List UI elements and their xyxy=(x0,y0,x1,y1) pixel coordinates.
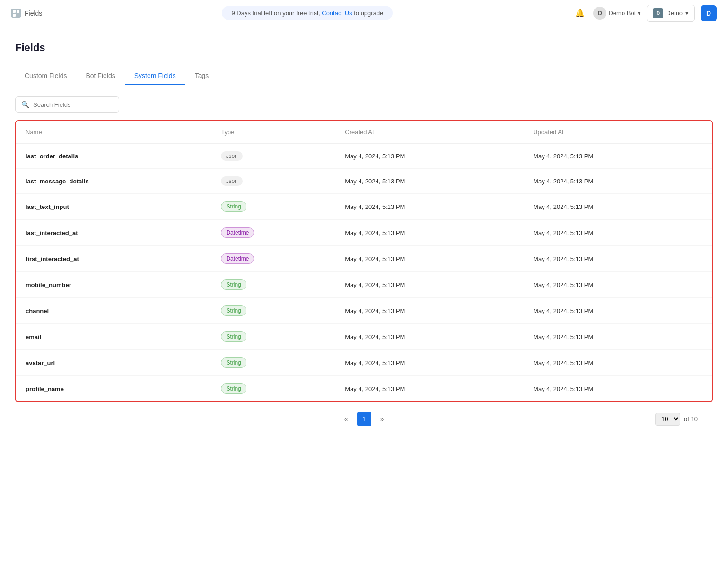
bot-name: Demo Bot xyxy=(608,9,636,17)
updated-at-cell: May 4, 2024, 5:13 PM xyxy=(524,144,712,169)
field-type-cell: String xyxy=(211,272,335,298)
col-header-name: Name xyxy=(16,121,211,144)
field-type-cell: Datetime xyxy=(211,246,335,272)
field-type-cell: Json xyxy=(211,144,335,169)
next-page-button[interactable]: » xyxy=(375,412,389,426)
current-page-button[interactable]: 1 xyxy=(357,412,371,426)
topnav-title: Fields xyxy=(25,9,42,17)
svg-rect-1 xyxy=(17,10,19,13)
tabs-bar: Custom FieldsBot FieldsSystem FieldsTags xyxy=(15,67,713,85)
svg-rect-2 xyxy=(13,14,16,17)
search-container: 🔍 xyxy=(15,96,119,113)
search-input[interactable] xyxy=(33,101,113,108)
updated-at-cell: May 4, 2024, 5:13 PM xyxy=(524,272,712,298)
field-name-cell: last_interacted_at xyxy=(16,220,211,246)
created-at-cell: May 4, 2024, 5:13 PM xyxy=(335,246,524,272)
created-at-cell: May 4, 2024, 5:13 PM xyxy=(335,324,524,350)
topnav-right: 🔔 D Demo Bot ▾ D Demo ▾ D xyxy=(572,5,717,22)
demo-button[interactable]: D Demo ▾ xyxy=(647,5,695,22)
trial-text: 9 Days trial left on your free trial, xyxy=(231,9,320,17)
table-row: mobile_numberStringMay 4, 2024, 5:13 PMM… xyxy=(16,272,712,298)
tab-bot[interactable]: Bot Fields xyxy=(76,67,124,85)
contact-link[interactable]: Contact Us xyxy=(322,9,352,17)
field-name-cell: last_message_details xyxy=(16,169,211,194)
page-size-select[interactable]: 10 xyxy=(655,413,680,426)
type-badge: String xyxy=(221,383,246,394)
bot-avatar: D xyxy=(593,7,606,20)
trial-banner: 9 Days trial left on your free trial, Co… xyxy=(222,6,393,20)
notification-bell[interactable]: 🔔 xyxy=(572,6,588,21)
bot-selector[interactable]: D Demo Bot ▾ xyxy=(593,7,641,20)
field-name-cell: profile_name xyxy=(16,376,211,402)
field-type-cell: Datetime xyxy=(211,220,335,246)
demo-avatar: D xyxy=(653,8,663,18)
field-type-cell: Json xyxy=(211,169,335,194)
main-content: Fields Custom FieldsBot FieldsSystem Fie… xyxy=(0,26,728,435)
pagination-row: « 1 » 10 of 10 xyxy=(15,402,713,435)
app-logo xyxy=(11,9,21,18)
fields-table: NameTypeCreated AtUpdated At last_order_… xyxy=(16,121,712,401)
table-head: NameTypeCreated AtUpdated At xyxy=(16,121,712,144)
svg-rect-0 xyxy=(13,10,16,13)
updated-at-cell: May 4, 2024, 5:13 PM xyxy=(524,194,712,220)
table-row: channelStringMay 4, 2024, 5:13 PMMay 4, … xyxy=(16,298,712,324)
field-name-cell: channel xyxy=(16,298,211,324)
field-type-cell: String xyxy=(211,376,335,402)
demo-chevron: ▾ xyxy=(685,9,689,17)
table-row: last_order_detailsJsonMay 4, 2024, 5:13 … xyxy=(16,144,712,169)
table-row: first_interacted_atDatetimeMay 4, 2024, … xyxy=(16,246,712,272)
created-at-cell: May 4, 2024, 5:13 PM xyxy=(335,272,524,298)
field-name-cell: avatar_url xyxy=(16,350,211,376)
type-badge: Datetime xyxy=(221,227,254,238)
created-at-cell: May 4, 2024, 5:13 PM xyxy=(335,298,524,324)
field-name-cell: first_interacted_at xyxy=(16,246,211,272)
field-name-cell: email xyxy=(16,324,211,350)
table-row: avatar_urlStringMay 4, 2024, 5:13 PMMay … xyxy=(16,350,712,376)
updated-at-cell: May 4, 2024, 5:13 PM xyxy=(524,169,712,194)
field-name-cell: mobile_number xyxy=(16,272,211,298)
table-row: emailStringMay 4, 2024, 5:13 PMMay 4, 20… xyxy=(16,324,712,350)
pagination-of-label: of 10 xyxy=(684,416,698,423)
table-row: last_text_inputStringMay 4, 2024, 5:13 P… xyxy=(16,194,712,220)
col-header-created-at: Created At xyxy=(335,121,524,144)
table-row: last_message_detailsJsonMay 4, 2024, 5:1… xyxy=(16,169,712,194)
created-at-cell: May 4, 2024, 5:13 PM xyxy=(335,220,524,246)
field-type-cell: String xyxy=(211,350,335,376)
type-badge: Json xyxy=(221,151,242,161)
search-icon: 🔍 xyxy=(21,101,29,108)
field-type-cell: String xyxy=(211,194,335,220)
table-header-row: NameTypeCreated AtUpdated At xyxy=(16,121,712,144)
updated-at-cell: May 4, 2024, 5:13 PM xyxy=(524,246,712,272)
updated-at-cell: May 4, 2024, 5:13 PM xyxy=(524,220,712,246)
created-at-cell: May 4, 2024, 5:13 PM xyxy=(335,169,524,194)
pagination-right: 10 of 10 xyxy=(655,413,698,426)
search-wrap: 🔍 xyxy=(15,96,713,113)
col-header-updated-at: Updated At xyxy=(524,121,712,144)
tab-system[interactable]: System Fields xyxy=(125,67,185,85)
table-row: last_interacted_atDatetimeMay 4, 2024, 5… xyxy=(16,220,712,246)
topnav-left: Fields xyxy=(11,9,42,18)
updated-at-cell: May 4, 2024, 5:13 PM xyxy=(524,350,712,376)
type-badge: Datetime xyxy=(221,253,254,264)
tab-tags[interactable]: Tags xyxy=(185,67,219,85)
type-badge: String xyxy=(221,357,246,368)
created-at-cell: May 4, 2024, 5:13 PM xyxy=(335,144,524,169)
upgrade-text: to upgrade xyxy=(354,9,383,17)
field-name-cell: last_text_input xyxy=(16,194,211,220)
type-badge: String xyxy=(221,331,246,342)
created-at-cell: May 4, 2024, 5:13 PM xyxy=(335,194,524,220)
field-name-cell: last_order_details xyxy=(16,144,211,169)
type-badge: String xyxy=(221,279,246,290)
table-body: last_order_detailsJsonMay 4, 2024, 5:13 … xyxy=(16,144,712,402)
type-badge: Json xyxy=(221,176,242,186)
prev-page-button[interactable]: « xyxy=(339,412,353,426)
fields-table-container: NameTypeCreated AtUpdated At last_order_… xyxy=(15,120,713,402)
updated-at-cell: May 4, 2024, 5:13 PM xyxy=(524,324,712,350)
user-avatar[interactable]: D xyxy=(701,5,717,21)
created-at-cell: May 4, 2024, 5:13 PM xyxy=(335,376,524,402)
updated-at-cell: May 4, 2024, 5:13 PM xyxy=(524,376,712,402)
demo-label: Demo xyxy=(666,9,683,17)
tab-custom[interactable]: Custom Fields xyxy=(15,67,76,85)
page-title: Fields xyxy=(15,42,713,54)
updated-at-cell: May 4, 2024, 5:13 PM xyxy=(524,298,712,324)
